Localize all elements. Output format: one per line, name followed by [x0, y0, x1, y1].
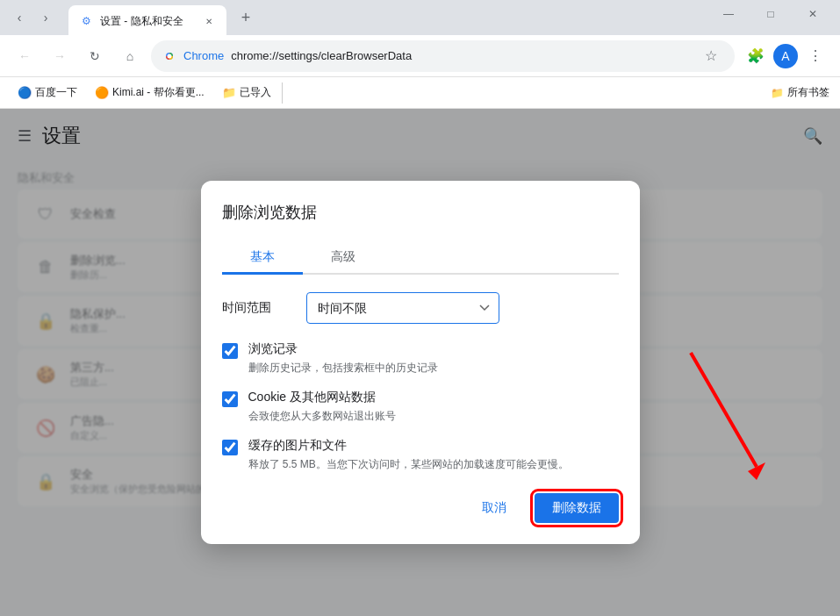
- bookmark-imported[interactable]: 📁 已导入: [215, 82, 278, 104]
- tab-basic[interactable]: 基本: [222, 242, 303, 275]
- cache-label[interactable]: 缓存的图片和文件: [248, 438, 619, 454]
- cookie-text: Cookie 及其他网站数据 会致使您从大多数网站退出账号: [248, 390, 619, 424]
- delete-data-button[interactable]: 删除数据: [535, 493, 619, 523]
- tab-bar: ‹ › ⚙ 设置 - 隐私和安全 ✕ + — □ ✕: [0, 0, 840, 35]
- bookmark-star-button[interactable]: ☆: [699, 44, 723, 68]
- kimi-label: Kimi.ai - 帮你看更...: [112, 85, 205, 100]
- baidu-label: 百度一下: [35, 85, 77, 100]
- cookie-desc: 会致使您从大多数网站退出账号: [248, 410, 396, 422]
- svg-line-2: [691, 353, 757, 467]
- bookmarks-bar: 🔵 百度一下 🟠 Kimi.ai - 帮你看更... 📁 已导入 📁 所有书签: [0, 77, 840, 109]
- cache-text: 缓存的图片和文件 释放了 5.5 MB。当您下次访问时，某些网站的加载速度可能会…: [248, 438, 619, 472]
- active-tab[interactable]: ⚙ 设置 - 隐私和安全 ✕: [68, 5, 226, 37]
- profile-button[interactable]: A: [773, 44, 798, 68]
- address-bar-icons: 🧩 A ⋮: [742, 42, 829, 70]
- browse-history-label[interactable]: 浏览记录: [248, 341, 619, 357]
- modal-overlay: 删除浏览数据 基本 高级 时间范围 时间不限 最近一小时 最近24小时 最近7天…: [0, 109, 840, 616]
- new-tab-button[interactable]: +: [233, 5, 258, 30]
- checkbox-wrap-1: [222, 391, 238, 411]
- cookie-checkbox[interactable]: [222, 391, 238, 407]
- tab-prev-button[interactable]: ‹: [7, 5, 32, 30]
- forward-button[interactable]: →: [46, 42, 74, 70]
- cache-desc: 释放了 5.5 MB。当您下次访问时，某些网站的加载速度可能会更慢。: [248, 458, 569, 470]
- time-range-label: 时间范围: [222, 300, 292, 316]
- svg-marker-3: [748, 462, 765, 480]
- baidu-icon: 🔵: [18, 86, 32, 99]
- all-bookmarks-label: 所有书签: [787, 85, 829, 100]
- checkbox-row-2: 缓存的图片和文件 释放了 5.5 MB。当您下次访问时，某些网站的加载速度可能会…: [222, 438, 619, 472]
- tab-title: 设置 - 隐私和安全: [100, 14, 195, 29]
- tab-advanced[interactable]: 高级: [303, 242, 384, 275]
- close-button[interactable]: ✕: [793, 0, 833, 28]
- menu-button[interactable]: ⋮: [801, 42, 829, 70]
- browse-history-desc: 删除历史记录，包括搜索框中的历史记录: [248, 362, 438, 374]
- reload-button[interactable]: ↻: [81, 42, 109, 70]
- home-button[interactable]: ⌂: [116, 42, 144, 70]
- tab-nav-buttons: ‹ ›: [7, 5, 58, 30]
- bookmark-baidu[interactable]: 🔵 百度一下: [11, 82, 84, 104]
- browse-history-text: 浏览记录 删除历史记录，包括搜索框中的历史记录: [248, 341, 619, 376]
- kimi-icon: 🟠: [95, 86, 109, 99]
- window-controls: — □ ✕: [708, 0, 833, 28]
- checkbox-wrap-2: [222, 440, 238, 459]
- svg-point-1: [168, 54, 172, 58]
- time-range-row: 时间范围 时间不限 最近一小时 最近24小时 最近7天 最近4周 全部时间: [222, 292, 619, 324]
- browser-window: ‹ › ⚙ 设置 - 隐私和安全 ✕ + — □ ✕ ← → ↻ ⌂: [0, 0, 840, 616]
- address-bar: ← → ↻ ⌂ Chrome chrome://settings/clearBr…: [0, 35, 840, 77]
- time-range-select[interactable]: 时间不限 最近一小时 最近24小时 最近7天 最近4周 全部时间: [306, 292, 499, 324]
- dialog-title: 删除浏览数据: [222, 202, 619, 223]
- url-path-text: chrome://settings/clearBrowserData: [231, 49, 412, 62]
- all-bookmarks-icon: 📁: [771, 87, 784, 99]
- url-brand-label: Chrome: [183, 49, 224, 62]
- bookmarks-right[interactable]: 📁 所有书签: [771, 85, 829, 100]
- imported-icon: 📁: [222, 86, 236, 99]
- imported-label: 已导入: [240, 85, 271, 100]
- url-bar[interactable]: Chrome chrome://settings/clearBrowserDat…: [151, 40, 735, 72]
- maximize-button[interactable]: □: [750, 0, 791, 28]
- clear-browser-data-dialog: 删除浏览数据 基本 高级 时间范围 时间不限 最近一小时 最近24小时 最近7天…: [201, 181, 640, 544]
- tab-favicon-icon: ⚙: [79, 14, 93, 28]
- checkbox-wrap-0: [222, 343, 238, 362]
- cookie-label[interactable]: Cookie 及其他网站数据: [248, 390, 619, 405]
- checkbox-row-0: 浏览记录 删除历史记录，包括搜索框中的历史记录: [222, 341, 619, 376]
- chrome-logo-icon: [162, 49, 176, 63]
- back-button[interactable]: ←: [11, 42, 39, 70]
- browse-history-checkbox[interactable]: [222, 343, 238, 359]
- cache-checkbox[interactable]: [222, 440, 238, 455]
- bookmarks-divider: [282, 82, 283, 104]
- cancel-button[interactable]: 取消: [464, 493, 524, 523]
- minimize-button[interactable]: —: [708, 0, 749, 28]
- tab-close-button[interactable]: ✕: [202, 14, 216, 28]
- bookmark-kimi[interactable]: 🟠 Kimi.ai - 帮你看更...: [88, 82, 212, 104]
- tab-next-button[interactable]: ›: [33, 5, 58, 30]
- dialog-footer: 取消 删除数据: [222, 493, 619, 523]
- extensions-button[interactable]: 🧩: [742, 42, 770, 70]
- settings-page: ☰ 设置 🔍 隐私和安全 🛡 安全检查 🗑 删除浏览... 删除历... 🔒: [0, 109, 840, 616]
- dialog-tabs: 基本 高级: [222, 240, 619, 275]
- checkbox-row-1: Cookie 及其他网站数据 会致使您从大多数网站退出账号: [222, 390, 619, 424]
